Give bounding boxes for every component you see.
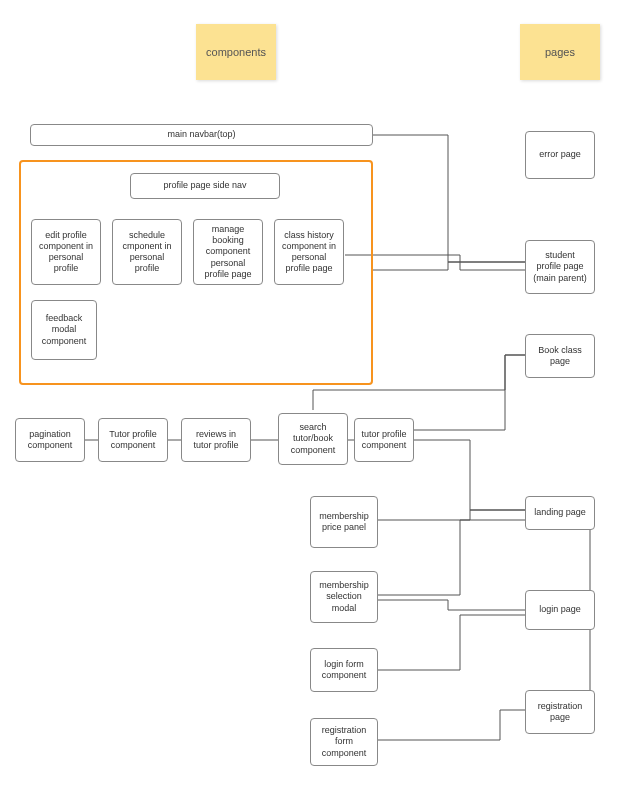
edge-modal-login bbox=[378, 600, 525, 610]
box-edit-profile: edit profile component in personal profi… bbox=[31, 219, 101, 285]
box-pagination: pagination component bbox=[15, 418, 85, 462]
box-profile-side-nav: profile page side nav bbox=[130, 173, 280, 199]
edge-price-landing bbox=[378, 510, 525, 520]
box-main-navbar: main navbar(top) bbox=[30, 124, 373, 146]
box-class-history: class history component in personal prof… bbox=[274, 219, 344, 285]
sticky-components: components bbox=[196, 24, 276, 80]
edge-modal-landing bbox=[378, 520, 525, 595]
box-book-class: Book class page bbox=[525, 334, 595, 378]
edge-loginform-login bbox=[378, 615, 525, 670]
box-error-page: error page bbox=[525, 131, 595, 179]
edge-tutor2-book bbox=[414, 355, 525, 430]
box-membership-modal: membership selection modal bbox=[310, 571, 378, 623]
box-registration-page: registration page bbox=[525, 690, 595, 734]
box-manage-booking: manage booking component personal profil… bbox=[193, 219, 263, 285]
box-reviews-tutor: reviews in tutor profile bbox=[181, 418, 251, 462]
box-login-page: login page bbox=[525, 590, 595, 630]
box-student-profile: student profile page (main parent) bbox=[525, 240, 595, 294]
box-landing-page: landing page bbox=[525, 496, 595, 530]
box-tutor-profile-2: tutor profile component bbox=[354, 418, 414, 462]
edge-navbar-student bbox=[373, 135, 525, 262]
box-membership-price: membership price panel bbox=[310, 496, 378, 548]
edge-group-student bbox=[373, 262, 525, 270]
box-login-form: login form component bbox=[310, 648, 378, 692]
edge-tutor2-landing bbox=[414, 440, 525, 510]
box-schedule: schedule cmponent in personal profile bbox=[112, 219, 182, 285]
box-registration-form: registration form component bbox=[310, 718, 378, 766]
box-tutor-profile-1: Tutor profile component bbox=[98, 418, 168, 462]
edge-regform-reg bbox=[378, 710, 525, 740]
sticky-pages: pages bbox=[520, 24, 600, 80]
box-search-tutor: search tutor/book component bbox=[278, 413, 348, 465]
box-feedback-modal: feedback modal component bbox=[31, 300, 97, 360]
